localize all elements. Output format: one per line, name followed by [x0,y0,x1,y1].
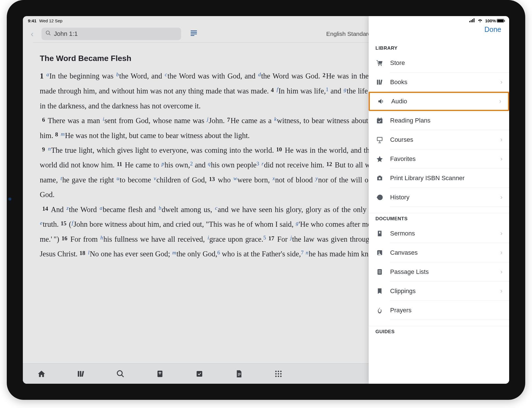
search-icon [45,30,51,38]
svg-rect-38 [378,117,379,119]
grid-tab-icon[interactable] [273,368,284,379]
menu-isbn-scanner[interactable]: Print Library ISBN Scanner [369,169,509,188]
svg-point-22 [275,370,277,372]
menu-label: Passage Lists [390,268,494,276]
svg-point-25 [275,373,277,374]
sermon-icon [375,230,384,237]
screen: 9:41 Wed 12 Sep 100% [23,16,509,384]
svg-rect-6 [191,30,197,31]
menu-store[interactable]: Store [369,53,509,73]
svg-point-43 [379,178,381,180]
svg-rect-33 [377,80,378,84]
battery-indicator: 100% [485,18,504,23]
chevron-right-icon: › [500,287,502,295]
library-icon[interactable] [75,368,87,379]
svg-rect-2 [472,19,473,22]
svg-point-23 [278,370,279,372]
presentation-icon [375,136,384,143]
star-icon [375,155,384,163]
svg-rect-0 [469,21,470,22]
chevron-right-icon: › [500,194,502,201]
plans-tab-icon[interactable] [194,368,205,379]
svg-point-30 [280,376,282,377]
svg-rect-19 [238,373,241,374]
chevron-right-icon: › [500,268,502,276]
svg-rect-9 [191,35,194,36]
svg-point-48 [379,252,380,253]
section-documents-title: DOCUMENTS [369,213,509,224]
svg-point-4 [46,31,50,34]
section-library-title: LIBRARY [369,43,509,53]
docs-tab-icon[interactable] [233,368,245,379]
ipad-frame: 9:41 Wed 12 Sep 100% [7,0,525,400]
menu-prayers[interactable]: Prayers [369,301,509,320]
menu-history[interactable]: History › [369,188,509,207]
done-button[interactable]: Done [484,25,501,34]
status-date: Wed 12 Sep [39,18,62,23]
books-icon [375,78,384,86]
svg-rect-46 [379,232,380,234]
status-bar: 9:41 Wed 12 Sep 100% [23,16,509,25]
menu-label: Favorites [390,155,494,163]
menu-courses[interactable]: Courses › [369,130,509,149]
flame-icon [375,307,384,314]
chevron-right-icon: › [500,249,502,256]
svg-rect-11 [80,371,81,377]
svg-rect-12 [82,371,84,377]
battery-percent: 100% [485,18,496,23]
search-tab-icon[interactable] [115,368,126,379]
menu-label: Canvases [390,249,494,256]
menu-audio[interactable]: Audio › [369,92,509,111]
menu-label: Print Library ISBN Scanner [390,174,502,182]
chevron-right-icon: › [500,155,502,163]
svg-point-26 [278,373,279,374]
menu-label: Courses [390,136,494,143]
svg-rect-21 [238,375,239,376]
svg-point-28 [275,376,277,377]
canvas-icon [375,249,384,256]
bookmark-icon [375,287,384,295]
back-button[interactable]: ‹ [27,29,37,39]
status-time: 9:41 [28,18,36,23]
chevron-right-icon: › [500,136,502,143]
menu-label: Reading Plans [390,117,502,124]
menu-sermons[interactable]: Sermons › [369,224,509,243]
cart-icon [375,59,384,67]
paragraph-view-icon[interactable] [191,30,202,38]
svg-line-14 [122,375,124,377]
menu-label: Audio [391,98,493,105]
svg-rect-3 [474,18,474,22]
passage-list-icon [375,268,384,276]
search-box[interactable] [41,28,181,40]
camera-icon [375,174,384,182]
bible-tab-icon[interactable] [154,368,166,379]
menu-reading-plans[interactable]: Reading Plans [369,111,509,130]
search-input[interactable] [54,30,177,38]
svg-rect-18 [197,371,202,377]
menu-favorites[interactable]: Favorites › [369,149,509,169]
menu-canvases[interactable]: Canvases › [369,243,509,262]
svg-rect-20 [238,374,241,375]
menu-label: Books [390,78,494,86]
menu-clippings[interactable]: Clippings › [369,282,509,301]
audio-icon [377,98,385,105]
menu-passage-lists[interactable]: Passage Lists › [369,262,509,282]
hardware-indicator [8,198,11,200]
menu-label: Prayers [390,307,502,314]
svg-rect-1 [471,20,472,22]
calendar-check-icon [375,117,384,124]
svg-point-32 [381,65,382,66]
signal-icon [469,18,475,23]
home-icon[interactable] [36,368,47,379]
sidebar-panel: Done LIBRARY Store Books › Audi [369,16,509,384]
svg-rect-39 [381,117,381,119]
menu-books[interactable]: Books › [369,73,509,92]
chevron-right-icon: › [500,230,502,237]
svg-rect-40 [377,137,382,141]
svg-rect-8 [191,34,197,34]
svg-point-27 [280,373,282,374]
svg-rect-7 [191,32,197,33]
history-icon [375,194,384,201]
menu-label: Clippings [390,287,494,295]
svg-rect-17 [159,372,161,373]
